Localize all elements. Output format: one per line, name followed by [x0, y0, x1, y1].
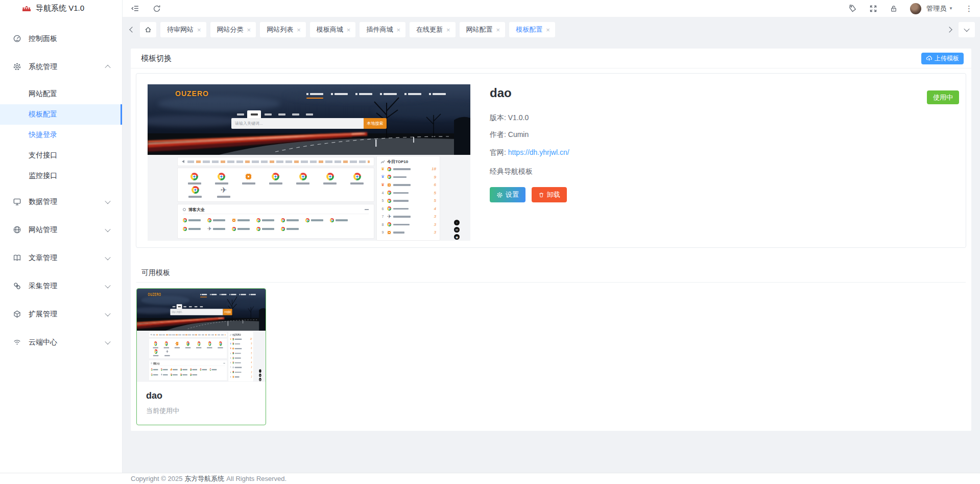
tab-site-config[interactable]: 网站配置	[460, 22, 506, 37]
tabs-menu-button[interactable]	[959, 22, 975, 37]
fullscreen-icon[interactable]	[869, 5, 877, 13]
tab-online-update[interactable]: 在线更新	[410, 22, 456, 37]
sidebar-item-monitor-api[interactable]: 监控接口	[0, 166, 122, 186]
tab-close-icon[interactable]	[496, 26, 500, 34]
uninstall-button[interactable]: 卸载	[532, 187, 567, 202]
divider	[136, 282, 966, 283]
preview-notice-bar	[149, 332, 227, 337]
preview-notice-bar	[177, 157, 374, 166]
rights-text: All Rights Reserved.	[226, 475, 286, 482]
sidebar-item-template-config[interactable]: 模板配置	[0, 104, 122, 125]
template-preview: OUZERO请输入关键词...本地搜索✈博客大全✈今日TOP10♛18♛9♛64…	[148, 84, 470, 241]
tab-site-categories[interactable]: 网站分类	[210, 22, 256, 37]
tab-home[interactable]	[140, 22, 156, 37]
sidebar-item-label: 控制面板	[29, 34, 57, 43]
tab-close-icon[interactable]	[546, 26, 550, 34]
dashboard-icon	[13, 34, 21, 43]
tabs-scroll-left-icon[interactable]	[128, 26, 136, 34]
tag-icon[interactable]	[848, 4, 857, 13]
tab-close-icon[interactable]	[297, 26, 301, 34]
template-card-status: 当前使用中	[146, 406, 266, 416]
tab-bar: 待审网站 网站分类 网站列表 模板商城 插件商城 在线更新 网站配置 模板配置	[123, 17, 980, 42]
preview-nav	[200, 294, 256, 297]
template-website-link[interactable]: https://dh.yhrjwl.cn/	[508, 148, 569, 156]
user-menu[interactable]: 管理员	[926, 4, 953, 13]
preview-nav	[306, 93, 446, 99]
available-template-card[interactable]: OUZERO请输入关键词...本地搜索✈博客大全✈今日TOP10♛18♛9♛64…	[136, 288, 266, 425]
template-switch-panel: 模板切换 上传模板 OUZERO请输入关键词...本地搜索✈博客大全✈今日TOP…	[131, 49, 971, 431]
chevron-down-icon	[105, 254, 110, 260]
collapse-sidebar-icon[interactable]	[131, 4, 139, 13]
status-badge: 使用中	[927, 90, 959, 104]
avatar[interactable]	[910, 3, 921, 14]
tab-template-config[interactable]: 模板配置	[509, 22, 555, 37]
sidebar-item-system[interactable]: 系统管理	[0, 53, 122, 81]
sidebar-item-collection[interactable]: 采集管理	[0, 272, 122, 300]
preview-search-bar: 请输入关键词...本地搜索	[170, 309, 232, 315]
lock-icon[interactable]	[890, 5, 898, 13]
sidebar-item-extensions[interactable]: 扩展管理	[0, 300, 122, 328]
gear-icon	[13, 62, 21, 71]
current-template-card: OUZERO请输入关键词...本地搜索✈博客大全✈今日TOP10♛18♛9♛64…	[136, 73, 966, 248]
template-website: 官网: https://dh.yhrjwl.cn/	[490, 147, 569, 157]
sidebar-item-quick-login[interactable]: 快捷登录	[0, 125, 122, 145]
template-description: 经典导航模板	[490, 166, 569, 176]
tab-close-icon[interactable]	[247, 26, 251, 34]
chevron-down-icon	[105, 310, 110, 316]
tab-plugin-store[interactable]: 插件商城	[360, 22, 405, 37]
preview-site-grid: ✈	[177, 168, 374, 202]
tab-template-store[interactable]: 模板商城	[310, 22, 356, 37]
tab-close-icon[interactable]	[396, 26, 400, 34]
preview-search-button: 本地搜索	[364, 118, 387, 129]
template-preview-image: OUZERO请输入关键词...本地搜索✈博客大全✈今日TOP10♛18♛9♛64…	[148, 84, 470, 241]
sidebar-menu: 控制面板 系统管理 网站配置 模板配置 快捷登录 支付接口 监控接口 数据管理 …	[0, 17, 122, 356]
tab-close-icon[interactable]	[347, 26, 351, 34]
preview-blog-list: 博客大全✈	[177, 204, 374, 239]
trash-icon	[538, 192, 544, 198]
refresh-icon[interactable]	[153, 5, 161, 13]
sidebar-item-cloud[interactable]: 云端中心	[0, 328, 122, 356]
preview-search-bar: 请输入关键词...本地搜索	[231, 118, 387, 129]
chevron-up-icon	[105, 64, 110, 70]
preview-search-button: 本地搜索	[223, 309, 232, 315]
chevron-down-icon	[105, 226, 110, 232]
sidebar-item-site-config[interactable]: 网站配置	[0, 84, 122, 104]
preview-body: ✈博客大全✈今日TOP10♛18♛9♛64555647✈38393↑✉◉	[137, 331, 266, 382]
sidebar-item-dashboard[interactable]: 控制面板	[0, 25, 122, 53]
monitor-icon	[13, 197, 21, 206]
chevron-down-icon	[105, 282, 110, 288]
globe-icon	[13, 225, 21, 234]
template-card-name: dao	[146, 390, 266, 401]
tab-close-icon[interactable]	[446, 26, 450, 34]
preview-blog-list: 博客大全✈	[149, 360, 227, 380]
copyright-text: Copyright © 2025	[131, 475, 182, 482]
app-title: 导航系统 V1.0	[36, 4, 84, 13]
preview-hero: OUZERO请输入关键词...本地搜索	[148, 84, 470, 155]
gear-icon	[496, 192, 503, 198]
tab-site-list[interactable]: 网站列表	[260, 22, 306, 37]
preview-search-input: 请输入关键词...	[170, 309, 223, 315]
upload-template-button[interactable]: 上传模板	[921, 53, 964, 64]
link-icon	[13, 282, 21, 290]
preview-logo: OUZERO	[175, 89, 209, 98]
sidebar-item-website[interactable]: 网站管理	[0, 216, 122, 244]
more-menu-icon[interactable]	[965, 5, 973, 12]
preview-float-buttons: ↑✉◉	[259, 370, 261, 381]
template-thumbnail: OUZERO请输入关键词...本地搜索✈博客大全✈今日TOP10♛18♛9♛64…	[137, 289, 266, 382]
template-info: dao 版本: V1.0.0 作者: Cumin 官网: https://dh.…	[490, 83, 569, 202]
settings-button[interactable]: 设置	[490, 187, 525, 202]
sidebar-item-data[interactable]: 数据管理	[0, 188, 122, 216]
cube-icon	[13, 310, 21, 318]
chevron-down-icon	[105, 338, 110, 344]
wifi-icon	[13, 338, 21, 347]
available-templates-title: 可用模板	[141, 268, 971, 278]
sidebar-item-articles[interactable]: 文章管理	[0, 244, 122, 272]
cloud-upload-icon	[926, 55, 933, 62]
chevron-down-icon	[105, 198, 110, 203]
tab-close-icon[interactable]	[197, 26, 201, 34]
tab-pending-sites[interactable]: 待审网站	[160, 22, 206, 37]
preview-logo: OUZERO	[148, 292, 161, 297]
sidebar-item-label: 系统管理	[29, 62, 57, 72]
tabs-scroll-right-icon[interactable]	[946, 26, 954, 34]
sidebar-item-payment-api[interactable]: 支付接口	[0, 145, 122, 166]
